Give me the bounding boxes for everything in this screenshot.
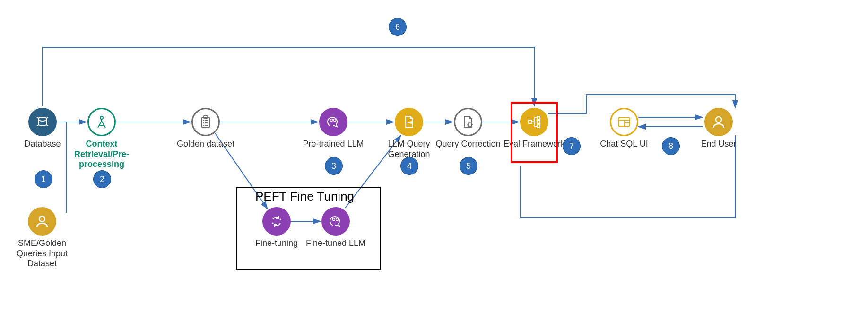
node-label: Fine-tuned LLM	[300, 238, 371, 249]
svg-point-34	[272, 223, 274, 224]
node-golden-dataset: Golden dataset	[170, 108, 241, 149]
node-label: End User	[683, 139, 754, 149]
badge-2: 2	[93, 170, 111, 188]
svg-point-23	[468, 123, 472, 127]
badge-4: 4	[400, 157, 418, 175]
badge-3: 3	[325, 157, 343, 175]
svg-point-15	[203, 120, 205, 122]
dashboard-icon	[610, 108, 638, 136]
node-query-correction: Query Correction	[433, 108, 503, 149]
diagram-stage: Database Context Retrieval/Pre-processin…	[0, 0, 868, 314]
node-context: Context Retrieval/Pre-processing	[66, 108, 137, 170]
svg-point-21	[330, 119, 333, 122]
database-icon	[28, 108, 57, 136]
svg-point-17	[203, 122, 205, 124]
document-arrow-icon	[395, 108, 423, 136]
node-pretrained-llm: Pre-trained LLM	[298, 108, 369, 149]
svg-point-35	[280, 219, 281, 220]
node-label: Pre-trained LLM	[298, 139, 369, 149]
compass-icon	[87, 108, 116, 136]
svg-point-11	[38, 117, 47, 121]
brain-icon	[319, 108, 347, 136]
document-gear-icon	[454, 108, 482, 136]
svg-point-36	[333, 218, 335, 221]
node-label: SME/Golden Queries Input Dataset	[7, 238, 78, 269]
user-icon	[28, 207, 56, 236]
cycle-icon	[262, 207, 291, 236]
node-label: Chat SQL UI	[589, 139, 660, 149]
user-icon	[704, 108, 733, 136]
badge-1: 1	[35, 170, 52, 188]
node-label: Golden dataset	[170, 139, 241, 149]
badge-8: 8	[662, 137, 680, 155]
badge-6: 6	[389, 18, 407, 36]
node-end-user: End User	[683, 108, 754, 149]
eval-highlight	[511, 102, 558, 163]
node-label: Query Correction	[433, 139, 503, 149]
svg-point-32	[716, 117, 721, 122]
badge-7: 7	[563, 137, 581, 155]
svg-point-22	[334, 119, 336, 122]
node-chat-sql-ui: Chat SQL UI	[589, 108, 660, 149]
svg-point-37	[336, 218, 339, 221]
svg-point-33	[39, 216, 45, 222]
peft-title: PEFT Fine Tuning	[255, 189, 354, 204]
clipboard-icon	[191, 108, 220, 136]
node-sme: SME/Golden Queries Input Dataset	[7, 207, 78, 269]
node-label: Context Retrieval/Pre-processing	[66, 139, 137, 170]
node-fine-tuned-llm: Fine-tuned LLM	[300, 207, 371, 249]
badge-5: 5	[460, 157, 477, 175]
svg-point-12	[100, 116, 103, 119]
svg-point-19	[203, 125, 205, 126]
brain-icon	[321, 207, 350, 236]
